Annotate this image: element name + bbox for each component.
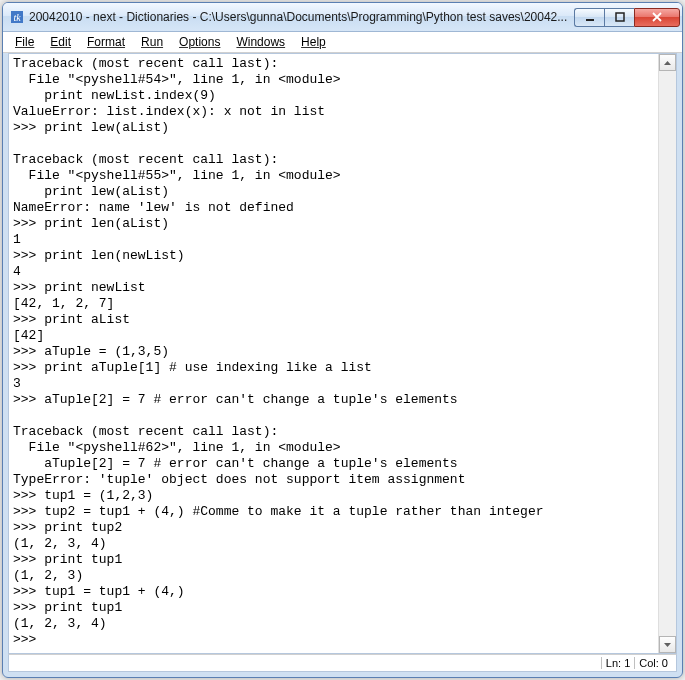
app-icon: tk	[9, 9, 25, 25]
svg-text:tk: tk	[13, 12, 21, 23]
menu-help[interactable]: Help	[293, 34, 334, 50]
idle-window: tk 20042010 - next - Dictionaries - C:\U…	[2, 2, 683, 678]
svg-rect-1	[586, 19, 594, 21]
statusbar: Ln: 1 Col: 0	[8, 654, 677, 672]
menu-run[interactable]: Run	[133, 34, 171, 50]
menu-edit[interactable]: Edit	[42, 34, 79, 50]
window-title: 20042010 - next - Dictionaries - C:\User…	[29, 10, 574, 24]
menu-format[interactable]: Format	[79, 34, 133, 50]
code-editor[interactable]: Traceback (most recent call last): File …	[9, 54, 658, 653]
titlebar[interactable]: tk 20042010 - next - Dictionaries - C:\U…	[3, 3, 682, 32]
menu-file[interactable]: File	[7, 34, 42, 50]
svg-rect-2	[616, 13, 624, 21]
vertical-scrollbar[interactable]	[658, 54, 676, 653]
status-col: Col: 0	[634, 657, 672, 669]
minimize-button[interactable]	[574, 8, 604, 27]
menu-windows[interactable]: Windows	[228, 34, 293, 50]
scroll-down-button[interactable]	[659, 636, 676, 653]
status-line: Ln: 1	[601, 657, 634, 669]
maximize-button[interactable]	[604, 8, 634, 27]
menu-options[interactable]: Options	[171, 34, 228, 50]
editor-frame: Traceback (most recent call last): File …	[8, 53, 677, 654]
menubar: File Edit Format Run Options Windows Hel…	[3, 32, 682, 53]
close-button[interactable]	[634, 8, 680, 27]
scroll-up-button[interactable]	[659, 54, 676, 71]
window-controls	[574, 8, 680, 27]
scroll-track[interactable]	[659, 71, 676, 636]
